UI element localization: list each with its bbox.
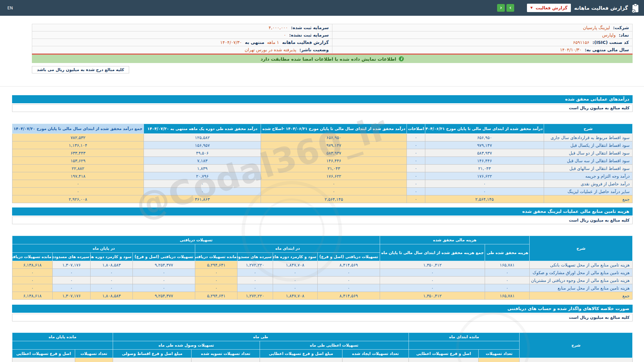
value-cell: ۸,۴۱۴,۵۶۹ — [317, 261, 380, 269]
unregistered-capital-label: سرمایه ثبت نشده: — [289, 33, 329, 38]
value-cell — [113, 358, 192, 362]
table-header-row: شرح درآمد محقق شده از ابتدای سال مالی تا… — [12, 124, 633, 134]
financing-cost-table: شرح هزینه مالی محقق شده تسهیلات دریافتی … — [12, 236, 633, 300]
column-header-description: شرح — [530, 236, 633, 261]
row-label-cell: درآمد حاصل از فروش نقدی — [544, 180, 632, 188]
company-name-value: لیزینگ پارسیان — [583, 25, 610, 30]
value-cell: ۱۹۷,۴۱۸ — [12, 172, 144, 180]
company-info-row: شرکت: لیزینگ پارسیان سرمایه ثبت شده: ۴,۰… — [32, 24, 633, 32]
value-cell: ۹,۲۵۴,۳۷۷ — [132, 292, 195, 300]
column-header-realized-one-month: درآمد محقق شده طی دوره یک ماهه منتهی به … — [144, 124, 261, 134]
report-period-cell: گزارش فعالیت ماهانه ۱ ماهه منتهی به ۱۴۰۴… — [32, 39, 332, 46]
value-cell: ۲۲,۸۸۲ — [12, 165, 144, 172]
group-header-granted-during-month: تسهیلات اعطایی طی ماه — [260, 341, 409, 350]
topbar: گزارش فعالیت ماهانه گزارش فعالیت ▼ › ‹ E… — [0, 0, 644, 16]
value-cell: ۹۷۹,۱۴۷ — [261, 141, 407, 149]
value-cell: ۰ — [144, 180, 261, 188]
value-cell: ۰ — [380, 269, 485, 277]
value-cell: ۰ — [53, 277, 91, 284]
table-row: سود اقساط مربوط به قراردادهای سال جاری۶۵… — [12, 134, 633, 141]
value-cell: ۰ — [261, 180, 407, 188]
registered-capital-value: ۴,۰۰۰,۰۰۰ — [269, 25, 288, 30]
column-header-realized-adjusted: درآمد محقق شده از ابتدای سال مالی تا پای… — [261, 124, 407, 134]
company-info-table: شرکت: لیزینگ پارسیان سرمایه ثبت شده: ۴,۰… — [32, 24, 633, 54]
row-label-cell: جمع — [530, 292, 633, 300]
page: { "colors": { "topbar_bg": "#31485a", "s… — [0, 0, 644, 362]
table-row — [12, 358, 633, 362]
unregistered-capital-value: ۰ — [284, 33, 286, 38]
table-row: هزینه تامین منابع مالی از محل سایر منابع… — [12, 284, 633, 292]
column-header-future-interest-begin: سود و کارمزد دوره های آتی — [273, 253, 317, 261]
language-toggle-en[interactable]: EN — [7, 6, 13, 10]
value-cell: ۰ — [380, 284, 485, 292]
value-cell: ۱,۸۳۹ — [144, 165, 261, 172]
value-cell: ۰ — [237, 269, 273, 277]
column-header-facilities-balance-end: مانده تسهیلات دریافتی — [12, 253, 53, 261]
table-row: هزینه تامین منابع مالی از محل وجوه دریاف… — [12, 277, 633, 284]
value-cell: ۷,۱۸۳ — [144, 157, 261, 165]
value-cell: ۲۰,۷۹۶ — [144, 172, 261, 180]
value-cell: ۵۸۳,۹۳۷ — [425, 149, 544, 157]
value-cell: ۰ — [91, 277, 133, 284]
value-cell: ۱,۳۵۰,۴۱۲ — [380, 292, 485, 300]
topbar-right-group: گزارش فعالیت ماهانه گزارش فعالیت ▼ › ‹ — [497, 3, 639, 13]
value-cell: ۰ — [407, 188, 425, 195]
company-name-cell: شرکت: لیزینگ پارسیان — [332, 24, 633, 32]
group-header-financial-cost: هزینه مالی محقق شده — [380, 236, 530, 244]
total-row: جمع۲,۵۶۴,۱۴۵۰۲,۵۶۴,۱۴۵۳۶۱,۸۶۳۲,۹۲۶,۰۰۸ — [12, 195, 633, 203]
row-label-cell: سود اقساط انتقالی از یکسال قبل — [544, 141, 632, 149]
value-cell: ۲,۹۲۶,۰۰۸ — [12, 195, 144, 203]
value-cell: ۹۷۹,۱۴۷ — [425, 141, 544, 149]
value-cell: ۰ — [407, 165, 425, 172]
value-cell: ۶۵۶,۹۵۰ — [425, 134, 544, 141]
value-cell — [12, 358, 75, 362]
group-header-end-balance-spacer — [12, 341, 113, 350]
value-cell: ۰ — [407, 141, 425, 149]
value-cell: ۱۶۵,۷۸۱ — [485, 261, 529, 269]
value-cell: ۰ — [12, 284, 53, 292]
issuer-status-value: پذیرفته شده در بورس تهران — [245, 47, 297, 52]
next-report-button[interactable]: › — [506, 4, 514, 12]
value-cell: ۰ — [273, 284, 317, 292]
value-cell: ۰ — [12, 180, 144, 188]
isic-code-label: کد صنعت (ISIC): — [592, 40, 629, 45]
registered-capital-cell: سرمایه ثبت شده: ۴,۰۰۰,۰۰۰ — [32, 24, 332, 32]
value-cell: ۶,۱۳۸,۶۱۸ — [12, 292, 53, 300]
value-cell: ۰ — [425, 188, 544, 195]
company-name-label: شرکت: — [613, 25, 629, 30]
value-cell: ۰ — [237, 277, 273, 284]
value-cell: ۱,۳۵۰,۴۱۲ — [380, 261, 485, 269]
previous-report-button[interactable]: ‹ — [497, 4, 505, 12]
row-label-cell — [520, 358, 633, 362]
value-cell: ۲۱,۰۴۳ — [425, 165, 544, 172]
ticker-cell: نماد: ولپارس — [332, 32, 633, 39]
value-cell: ۱,۲۷۲,۲۲۰ — [237, 261, 273, 269]
content-divider — [0, 86, 644, 86]
value-cell: ۰ — [132, 284, 195, 292]
table-row: درآمد حاصل از فروش نقدی۰۰۰۰۰ — [12, 180, 633, 188]
value-cell: ۱,۳۰۷,۱۷۶ — [53, 292, 91, 300]
column-header-facilities-principal-end: تسهیلات دریافتی (اصل و فرع) — [132, 253, 195, 261]
value-cell: ۱,۱۳۶,۱۰۴ — [12, 141, 144, 149]
fiscal-year-value: ۱۴۰۴/۱۰/۳۰ — [560, 47, 582, 52]
value-cell: ۱۷۶,۶۲۲ — [425, 172, 544, 180]
value-cell: ۰ — [485, 269, 529, 277]
isic-code-value: ۶۵۹۱۱۵۶ — [573, 40, 589, 45]
value-cell: ۰ — [407, 195, 425, 203]
column-header-facilities-principal-begin: تسهیلات دریافتی (اصل و فرع) — [317, 253, 380, 261]
value-cell: ۰ — [53, 269, 91, 277]
value-cell: ۱,۲۷۲,۲۲۰ — [237, 292, 273, 300]
value-cell: ۱۵۶,۹۵۷ — [144, 141, 261, 149]
signature-match-text: اطلاعات نمایش داده شده با اطلاعات امضا ش… — [261, 56, 396, 62]
value-cell: ۰ — [407, 149, 425, 157]
table-row: سود اقساط انتقالی از یکسال قبل۹۷۹,۱۴۷۰۹۷… — [12, 141, 633, 149]
report-nav-buttons: › ‹ — [497, 4, 514, 12]
row-label-cell: سود اقساط انتقالی از دو سال قبل — [544, 149, 632, 157]
isic-code-cell: کد صنعت (ISIC): ۶۵۹۱۱۵۶ — [332, 39, 633, 46]
report-content: درآمدهای عملیاتی محقق شده کلیه مبالغ به … — [0, 95, 644, 362]
unregistered-capital-cell: سرمایه ثبت نشده: ۰ — [32, 32, 332, 39]
report-type-dropdown[interactable]: گزارش فعالیت ▼ — [527, 4, 571, 12]
amount-note-box: کلیه مبالغ درج شده به میلیون ریال می باش… — [32, 66, 129, 73]
value-cell: ۰ — [91, 269, 133, 277]
column-header-cost-total-ytd: جمع هزینه محقق شده از ابتدای سال مالی تا… — [380, 244, 485, 261]
